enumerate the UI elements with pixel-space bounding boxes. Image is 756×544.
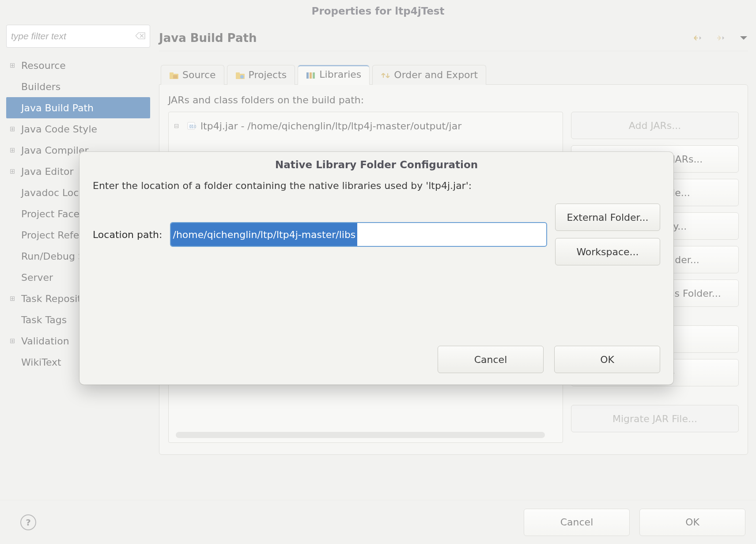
tab-label: Projects [249,69,287,80]
modal-cancel-button[interactable]: Cancel [438,346,544,373]
modal-instruction: Enter the location of a folder containin… [93,180,660,191]
sidebar-item-label: Task Tags [19,314,67,325]
expand-icon[interactable]: ⊞ [10,337,19,345]
sidebar-item-label: Builders [19,81,60,92]
filter-input[interactable] [11,31,136,42]
svg-rect-7 [310,72,312,79]
modal-ok-button[interactable]: OK [554,346,660,373]
native-library-dialog: Native Library Folder Configuration Ente… [79,152,673,385]
libraries-icon [306,71,316,79]
workspace-button[interactable]: Workspace... [555,238,660,265]
expand-icon[interactable]: ⊞ [10,125,19,133]
sidebar-item[interactable]: ⊞Java Code Style [6,118,150,140]
add-jars-button[interactable]: Add JARs... [571,112,739,139]
tab-order-export[interactable]: Order and Export [372,65,486,85]
sidebar-item[interactable]: ⊞Resource [6,55,150,76]
location-path-label: Location path: [93,229,162,240]
sidebar-item-label: Server [19,272,53,283]
menu-dropdown-icon[interactable] [739,35,748,41]
tabs: Source Projects Libraries Order and Expo… [161,64,748,84]
filter-field-wrap [6,25,150,48]
svg-point-5 [240,75,244,79]
sidebar-item-label: Java Code Style [19,124,97,135]
libraries-caption: JARs and class folders on the build path… [168,94,739,106]
tab-label: Order and Export [394,69,478,80]
nav-forward-icon[interactable] [716,34,731,42]
dialog-footer: ? Cancel OK [0,500,756,544]
sidebar-item-label: Project Facets [19,208,88,219]
svg-rect-1 [170,72,174,75]
jar-icon: 010 [186,121,196,131]
tab-projects[interactable]: Projects [227,65,295,85]
external-folder-button[interactable]: External Folder... [555,204,660,231]
expand-icon[interactable]: ⊞ [10,146,19,154]
help-icon[interactable]: ? [20,514,36,530]
tab-libraries[interactable]: Libraries [298,65,370,85]
svg-text:010: 010 [189,125,196,129]
tab-label: Source [182,69,216,80]
ok-button[interactable]: OK [639,509,745,536]
expand-icon[interactable]: ⊞ [10,61,19,69]
cancel-button[interactable]: Cancel [524,509,630,536]
window-title: Properties for ltp4jTest [0,0,756,25]
jar-list-row[interactable]: ⊟ 010 ltp4j.jar - /home/qichenglin/ltp/l… [174,117,559,135]
header-toolbar [693,34,748,42]
order-export-icon [381,71,390,79]
clear-filter-icon[interactable] [136,32,145,41]
page-title: Java Build Path [159,31,257,45]
sidebar-item-label: Java Build Path [19,102,94,113]
sidebar-item-label: Validation [19,336,69,347]
sidebar-item[interactable]: Java Build Path [6,97,150,118]
sidebar-item-label: Java Compiler [19,145,89,156]
sidebar-item-label: WikiText [19,357,61,368]
location-path-input[interactable] [170,222,547,247]
tab-label: Libraries [319,69,361,80]
location-path-wrap: /home/qichenglin/ltp/ltp4j-master/libs [170,222,547,247]
expand-icon[interactable]: ⊟ [174,122,182,129]
svg-rect-2 [173,75,178,79]
migrate-jar-button[interactable]: Migrate JAR File... [571,405,739,432]
nav-back-icon[interactable] [693,34,708,42]
page-header: Java Build Path [159,25,748,51]
modal-title: Native Library Folder Configuration [79,152,673,180]
svg-rect-6 [306,72,309,79]
svg-rect-4 [236,72,240,75]
horizontal-scrollbar[interactable] [176,432,545,438]
sidebar-item-label: Resource [19,60,66,71]
source-folder-icon [169,71,179,79]
expand-icon[interactable]: ⊞ [10,295,19,302]
projects-folder-icon [235,71,245,79]
svg-rect-8 [313,72,315,79]
sidebar-item-label: Java Editor [19,166,74,177]
sidebar-item[interactable]: Builders [6,76,150,97]
tab-source[interactable]: Source [161,65,224,85]
expand-icon[interactable]: ⊞ [10,167,19,175]
jar-list-label: ltp4j.jar - /home/qichenglin/ltp/ltp4j-m… [200,121,461,132]
